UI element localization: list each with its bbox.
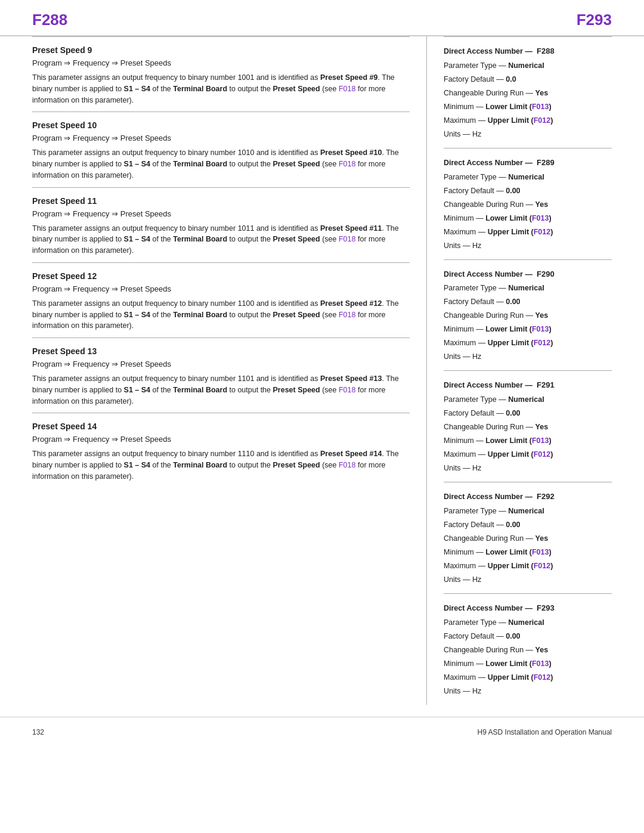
right-row-param-type-ps10: Parameter Type — Numerical bbox=[444, 171, 612, 183]
right-row-param-type-ps13: Parameter Type — Numerical bbox=[444, 505, 612, 517]
right-row-changeable-ps11: Changeable During Run — Yes bbox=[444, 309, 612, 321]
param-title-ps10: Preset Speed 10 bbox=[32, 120, 410, 130]
right-row-param-type-ps11: Parameter Type — Numerical bbox=[444, 282, 612, 294]
right-row-changeable-ps14: Changeable During Run — Yes bbox=[444, 644, 612, 656]
right-row-dan-ps13: Direct Access Number — F292 bbox=[444, 491, 612, 503]
right-block-ps10: Direct Access Number — F289Parameter Typ… bbox=[444, 148, 612, 259]
right-block-ps12: Direct Access Number — F291Parameter Typ… bbox=[444, 370, 612, 482]
right-row-dan-ps11: Direct Access Number — F290 bbox=[444, 268, 612, 281]
right-row-factory-default-ps9: Factory Default — 0.0 bbox=[444, 73, 612, 85]
param-title-ps11: Preset Speed 11 bbox=[32, 196, 410, 206]
right-row-units-ps12: Units — Hz bbox=[444, 462, 612, 474]
right-row-units-ps11: Units — Hz bbox=[444, 351, 612, 363]
right-column: Direct Access Number — F288Parameter Typ… bbox=[427, 36, 612, 705]
param-desc-ps13: This parameter assigns an output frequen… bbox=[32, 373, 410, 407]
right-row-minimum-ps12: Minimum — Lower Limit (F013) bbox=[444, 435, 612, 447]
right-row-minimum-ps9: Minimum — Lower Limit (F013) bbox=[444, 101, 612, 113]
right-row-maximum-ps13: Maximum — Upper Limit (F012) bbox=[444, 560, 612, 572]
page-footer: 132 H9 ASD Installation and Operation Ma… bbox=[0, 717, 644, 742]
footer-manual-title: H9 ASD Installation and Operation Manual bbox=[478, 728, 612, 736]
param-desc-ps10: This parameter assigns an output frequen… bbox=[32, 147, 410, 181]
right-row-param-type-ps9: Parameter Type — Numerical bbox=[444, 60, 612, 72]
param-path-ps10: Program ⇒ Frequency ⇒ Preset Speeds bbox=[32, 134, 410, 143]
right-row-dan-ps10: Direct Access Number — F289 bbox=[444, 157, 612, 169]
right-row-units-ps14: Units — Hz bbox=[444, 685, 612, 697]
param-block-ps9: Preset Speed 9Program ⇒ Frequency ⇒ Pres… bbox=[32, 36, 410, 112]
right-row-changeable-ps9: Changeable During Run — Yes bbox=[444, 87, 612, 99]
right-block-ps11: Direct Access Number — F290Parameter Typ… bbox=[444, 259, 612, 371]
param-title-ps13: Preset Speed 13 bbox=[32, 346, 410, 356]
param-title-ps14: Preset Speed 14 bbox=[32, 422, 410, 431]
right-row-maximum-ps14: Maximum — Upper Limit (F012) bbox=[444, 671, 612, 683]
header-left: F288 bbox=[32, 11, 67, 29]
footer-page-number: 132 bbox=[32, 728, 44, 736]
param-path-ps9: Program ⇒ Frequency ⇒ Preset Speeds bbox=[32, 58, 410, 67]
right-row-maximum-ps11: Maximum — Upper Limit (F012) bbox=[444, 337, 612, 349]
right-row-param-type-ps12: Parameter Type — Numerical bbox=[444, 394, 612, 405]
right-row-maximum-ps10: Maximum — Upper Limit (F012) bbox=[444, 226, 612, 238]
param-path-ps11: Program ⇒ Frequency ⇒ Preset Speeds bbox=[32, 209, 410, 218]
right-row-minimum-ps14: Minimum — Lower Limit (F013) bbox=[444, 658, 612, 670]
right-row-maximum-ps9: Maximum — Upper Limit (F012) bbox=[444, 114, 612, 126]
right-block-ps9: Direct Access Number — F288Parameter Typ… bbox=[444, 36, 612, 148]
right-row-dan-ps9: Direct Access Number — F288 bbox=[444, 45, 612, 58]
param-desc-ps12: This parameter assigns an output frequen… bbox=[32, 298, 410, 332]
page-header: F288 F293 bbox=[0, 0, 644, 36]
main-content: Preset Speed 9Program ⇒ Frequency ⇒ Pres… bbox=[0, 36, 644, 705]
right-row-factory-default-ps13: Factory Default — 0.00 bbox=[444, 519, 612, 531]
header-right: F293 bbox=[577, 11, 612, 29]
right-row-dan-ps14: Direct Access Number — F293 bbox=[444, 602, 612, 615]
param-block-ps12: Preset Speed 12Program ⇒ Frequency ⇒ Pre… bbox=[32, 262, 410, 337]
param-path-ps12: Program ⇒ Frequency ⇒ Preset Speeds bbox=[32, 284, 410, 293]
right-block-ps14: Direct Access Number — F293Parameter Typ… bbox=[444, 593, 612, 705]
right-row-changeable-ps13: Changeable During Run — Yes bbox=[444, 532, 612, 544]
param-block-ps13: Preset Speed 13Program ⇒ Frequency ⇒ Pre… bbox=[32, 337, 410, 413]
right-row-changeable-ps12: Changeable During Run — Yes bbox=[444, 421, 612, 433]
left-column: Preset Speed 9Program ⇒ Frequency ⇒ Pres… bbox=[32, 36, 427, 705]
param-desc-ps9: This parameter assigns an output frequen… bbox=[32, 72, 410, 106]
right-row-minimum-ps13: Minimum — Lower Limit (F013) bbox=[444, 546, 612, 558]
right-row-dan-ps12: Direct Access Number — F291 bbox=[444, 379, 612, 392]
param-title-ps12: Preset Speed 12 bbox=[32, 271, 410, 281]
param-title-ps9: Preset Speed 9 bbox=[32, 45, 410, 55]
right-row-factory-default-ps12: Factory Default — 0.00 bbox=[444, 407, 612, 419]
right-row-maximum-ps12: Maximum — Upper Limit (F012) bbox=[444, 448, 612, 460]
param-block-ps11: Preset Speed 11Program ⇒ Frequency ⇒ Pre… bbox=[32, 187, 410, 262]
param-desc-ps11: This parameter assigns an output frequen… bbox=[32, 223, 410, 256]
right-row-factory-default-ps11: Factory Default — 0.00 bbox=[444, 296, 612, 308]
param-desc-ps14: This parameter assigns an output frequen… bbox=[32, 448, 410, 482]
right-row-minimum-ps11: Minimum — Lower Limit (F013) bbox=[444, 323, 612, 335]
param-path-ps13: Program ⇒ Frequency ⇒ Preset Speeds bbox=[32, 360, 410, 368]
right-row-units-ps10: Units — Hz bbox=[444, 240, 612, 252]
param-block-ps14: Preset Speed 14Program ⇒ Frequency ⇒ Pre… bbox=[32, 413, 410, 488]
right-row-param-type-ps14: Parameter Type — Numerical bbox=[444, 617, 612, 628]
param-path-ps14: Program ⇒ Frequency ⇒ Preset Speeds bbox=[32, 435, 410, 444]
right-row-minimum-ps10: Minimum — Lower Limit (F013) bbox=[444, 212, 612, 224]
right-row-factory-default-ps14: Factory Default — 0.00 bbox=[444, 630, 612, 642]
right-row-changeable-ps10: Changeable During Run — Yes bbox=[444, 199, 612, 210]
right-row-units-ps13: Units — Hz bbox=[444, 574, 612, 586]
right-block-ps13: Direct Access Number — F292Parameter Typ… bbox=[444, 482, 612, 593]
param-block-ps10: Preset Speed 10Program ⇒ Frequency ⇒ Pre… bbox=[32, 112, 410, 187]
right-row-units-ps9: Units — Hz bbox=[444, 128, 612, 140]
right-row-factory-default-ps10: Factory Default — 0.00 bbox=[444, 185, 612, 197]
